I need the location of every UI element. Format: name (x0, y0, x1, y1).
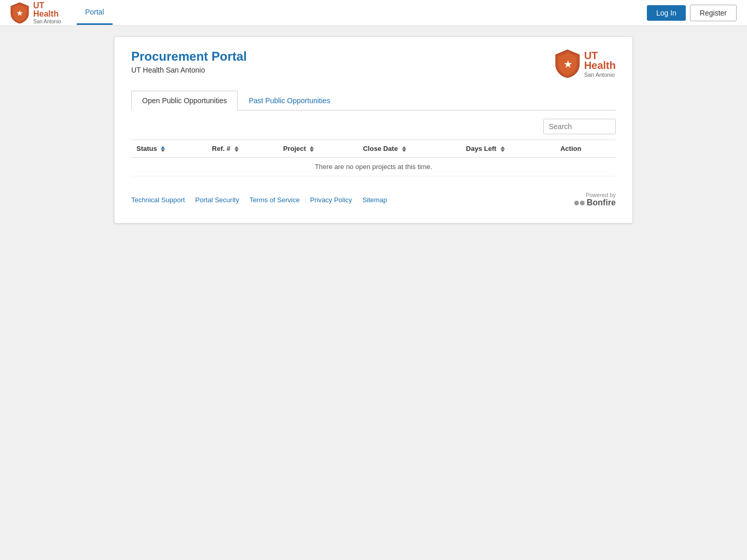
footer-link-privacy[interactable]: Privacy Policy (310, 196, 352, 204)
nav-logo-text: UT Health San Antonio (33, 1, 61, 24)
nav-links: Portal (77, 1, 647, 25)
table-empty-row: There are no open projects at this time. (131, 158, 616, 176)
table-controls (131, 119, 616, 134)
nav-logo[interactable]: ★ UT Health San Antonio (10, 1, 61, 24)
ref-sort-icon[interactable] (234, 146, 239, 152)
nav-link-portal[interactable]: Portal (77, 1, 113, 25)
days-left-sort-icon[interactable] (501, 146, 505, 152)
status-sort-icon[interactable] (161, 146, 165, 152)
powered-by-block: Powered by Bonfire (574, 192, 616, 207)
svg-text:★: ★ (563, 59, 572, 69)
bonfire-label: Bonfire (587, 198, 616, 207)
svg-text:★: ★ (17, 9, 23, 17)
col-close-date: Close Date (358, 140, 461, 158)
portal-san-antonio-label: San Antonio (584, 72, 616, 78)
portal-health-label: Health (584, 59, 616, 72)
portal-subtitle: UT Health San Antonio (131, 66, 247, 74)
nav-actions: Log In Register (647, 5, 737, 21)
portal-title-block: Procurement Portal UT Health San Antonio (131, 49, 247, 74)
col-days-left: Days Left (461, 140, 555, 158)
close-date-sort-icon[interactable] (402, 146, 406, 152)
search-input[interactable] (543, 119, 616, 134)
bonfire-logo-icon (574, 201, 585, 205)
portal-header: Procurement Portal UT Health San Antonio… (131, 49, 616, 78)
ut-health-shield-icon: ★ (10, 2, 29, 24)
register-button[interactable]: Register (690, 5, 737, 21)
col-status: Status (131, 140, 207, 158)
footer-link-portal-security[interactable]: Portal Security (195, 196, 239, 204)
col-ref: Ref. # (207, 140, 278, 158)
empty-message: There are no open projects at this time. (131, 158, 616, 176)
bonfire-brand: Bonfire (574, 198, 616, 207)
footer-link-technical-support[interactable]: Technical Support (131, 196, 185, 204)
portal-logo-text: UT Health San Antonio (584, 49, 616, 78)
top-navigation: ★ UT Health San Antonio Portal Log In Re… (0, 0, 747, 26)
portal-logo: ★ UT Health San Antonio (555, 49, 616, 78)
tab-past-opportunities[interactable]: Past Public Opportunities (238, 91, 341, 110)
col-project: Project (278, 140, 358, 158)
page-wrapper: Procurement Portal UT Health San Antonio… (114, 36, 633, 223)
footer-link-sitemap[interactable]: Sitemap (363, 196, 388, 204)
tabs: Open Public Opportunities Past Public Op… (131, 91, 616, 110)
table-header-row: Status Ref. # Project (131, 140, 616, 158)
tab-open-opportunities[interactable]: Open Public Opportunities (131, 91, 238, 110)
data-table: Status Ref. # Project (131, 139, 616, 176)
footer-link-terms[interactable]: Terms of Service (250, 196, 300, 204)
footer-links: Technical Support Portal Security Terms … (131, 196, 387, 204)
login-button[interactable]: Log In (647, 5, 686, 21)
portal-title: Procurement Portal (131, 49, 247, 64)
powered-by-label: Powered by (586, 192, 616, 198)
nav-health-label: Health (33, 9, 61, 19)
col-action: Action (555, 140, 616, 158)
portal-footer: Technical Support Portal Security Terms … (131, 187, 616, 207)
nav-san-antonio-label: San Antonio (33, 19, 61, 25)
project-sort-icon[interactable] (310, 146, 314, 152)
portal-shield-icon: ★ (555, 49, 580, 78)
